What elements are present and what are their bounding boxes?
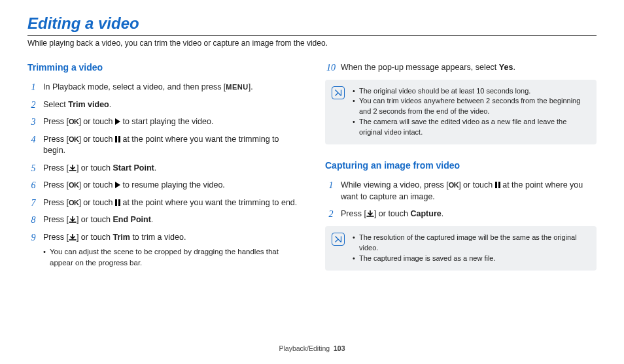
- trim-step: Press [OK] or touch to resume playing th…: [27, 180, 299, 191]
- play-icon: [115, 118, 120, 125]
- trim-info-box: The original video should be at least 10…: [325, 80, 597, 145]
- menu-icon: MENU: [226, 83, 248, 91]
- trim-steps-list: In Playback mode, select a video, and th…: [27, 82, 299, 243]
- info-item: The original video should be at least 10…: [353, 86, 589, 97]
- page-title: Editing a video: [27, 14, 597, 33]
- footer-page-number: 103: [334, 344, 345, 352]
- info-item: The camera will save the edited video as…: [353, 117, 589, 138]
- trim-step-10: When the pop-up message appears, select …: [325, 62, 597, 74]
- left-column: Trimming a video In Playback mode, selec…: [27, 62, 299, 286]
- info-badge-icon: [332, 233, 345, 246]
- pause-icon: [115, 199, 120, 206]
- down-icon: [69, 216, 77, 223]
- capture-step: Press [] or touch Capture.: [325, 208, 597, 220]
- trim-subnote: You can adjust the scene to be cropped b…: [27, 246, 299, 268]
- page-footer: Playback/Editing 103: [0, 344, 624, 352]
- pause-icon: [115, 136, 120, 142]
- ok-icon: OK: [69, 135, 79, 143]
- trim-step: In Playback mode, select a video, and th…: [27, 82, 299, 93]
- capture-info-box: The resolution of the captured image wil…: [325, 226, 597, 271]
- trim-step: Press [] or touch End Point.: [27, 214, 299, 226]
- page-intro: While playing back a video, you can trim…: [27, 39, 597, 48]
- ok-icon: OK: [69, 199, 79, 207]
- trim-step: Press [OK] or touch at the point where y…: [27, 197, 299, 209]
- page-content: Editing a video While playing back a vid…: [0, 0, 624, 286]
- trim-heading: Trimming a video: [27, 62, 299, 73]
- svg-rect-3: [118, 199, 120, 206]
- trim-step: Press [OK] or touch to start playing the…: [27, 116, 299, 128]
- svg-rect-1: [118, 136, 120, 142]
- capture-step: While viewing a video, press [OK] or tou…: [325, 180, 597, 203]
- right-column: When the pop-up message appears, select …: [325, 62, 597, 286]
- down-icon: [69, 234, 77, 240]
- down-icon: [366, 210, 374, 217]
- ok-icon: OK: [449, 181, 459, 189]
- trim-step: Press [OK] or touch at the point where y…: [27, 134, 299, 157]
- two-column-layout: Trimming a video In Playback mode, selec…: [27, 62, 597, 286]
- capture-heading: Capturing an image from video: [325, 160, 597, 171]
- svg-rect-2: [115, 199, 117, 206]
- trim-step: Press [] or touch Start Point.: [27, 163, 299, 174]
- svg-rect-0: [115, 136, 117, 142]
- capture-steps-list: While viewing a video, press [OK] or tou…: [325, 180, 597, 220]
- trim-step-10-list: When the pop-up message appears, select …: [325, 62, 597, 74]
- down-icon: [69, 165, 77, 171]
- svg-rect-4: [495, 182, 497, 188]
- title-rule: [27, 35, 597, 36]
- pause-icon: [495, 182, 500, 188]
- subnote-item: You can adjust the scene to be cropped b…: [43, 246, 299, 268]
- info-item: The captured image is saved as a new fil…: [353, 254, 589, 264]
- trim-step: Select Trim video.: [27, 99, 299, 111]
- info-badge-icon: [332, 86, 345, 99]
- trim-step: Press [] or touch Trim to trim a video.: [27, 232, 299, 244]
- ok-icon: OK: [69, 118, 79, 125]
- footer-section: Playback/Editing: [279, 344, 330, 352]
- svg-rect-5: [498, 182, 500, 188]
- info-item: You can trim videos anywhere between 2 s…: [353, 96, 589, 117]
- ok-icon: OK: [69, 181, 79, 189]
- info-item: The resolution of the captured image wil…: [353, 233, 589, 254]
- play-icon: [115, 182, 120, 188]
